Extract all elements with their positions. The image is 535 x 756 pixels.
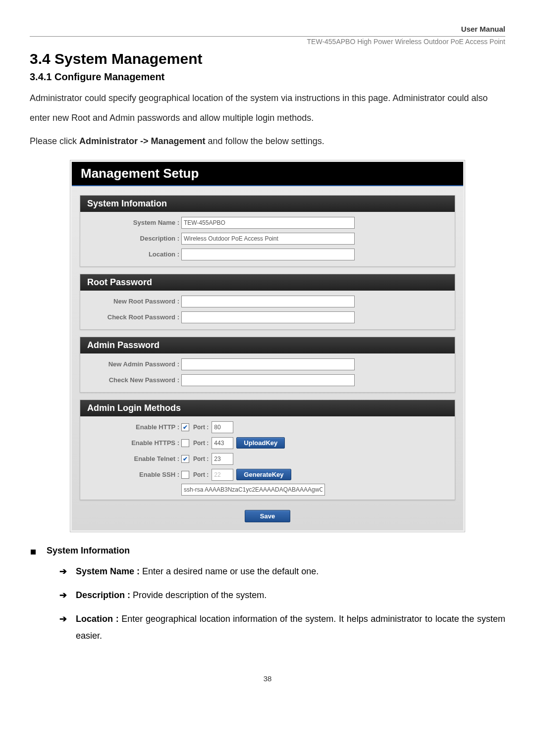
ssh-key-input[interactable] (181, 484, 325, 496)
save-button[interactable]: Save (245, 510, 290, 522)
location-input[interactable] (181, 249, 355, 260)
new-admin-password-input[interactable] (181, 358, 355, 370)
product-line: TEW-455APBO High Power Wireless Outdoor … (30, 38, 505, 46)
enable-telnet-checkbox[interactable]: ✔ (181, 455, 189, 463)
arrow-icon: ➔ (59, 563, 67, 580)
enable-http-checkbox[interactable]: ✔ (181, 423, 189, 431)
root-password-section: Root Password New Root Password Check Ro… (80, 274, 455, 330)
management-setup-panel: Management Setup System Infomation Syste… (70, 160, 465, 532)
admin-password-head: Admin Password (80, 337, 455, 353)
list-item-bold: Location : (76, 614, 119, 624)
intro-paragraph-1: Administrator could specify geographical… (30, 89, 505, 128)
enable-ssh-checkbox[interactable] (181, 471, 189, 479)
description-input[interactable] (181, 233, 355, 245)
admin-login-methods-section: Admin Login Methods Enable HTTP ✔ Port :… (80, 400, 455, 500)
https-port-label: Port : (193, 440, 209, 447)
ssh-port-label: Port : (193, 471, 209, 478)
intro2-post: and follow the below settings. (206, 136, 324, 146)
list-item: ➔ System Name : Enter a desired name or … (59, 563, 505, 580)
list-item: ➔ Description : Provide description of t… (59, 587, 505, 604)
intro2-bold: Administrator -> Management (79, 136, 206, 146)
new-root-password-input[interactable] (181, 296, 355, 307)
list-item-bold: Description : (76, 590, 130, 600)
description-label: Description (80, 235, 181, 242)
ssh-port-input[interactable] (212, 469, 233, 481)
intro-paragraph-2: Please click Administrator -> Management… (30, 132, 505, 151)
list-heading: System Information (47, 546, 130, 556)
upload-key-button[interactable]: UploadKey (236, 437, 285, 449)
system-information-section: System Infomation System Name Descriptio… (80, 195, 455, 267)
admin-login-methods-head: Admin Login Methods (80, 400, 455, 416)
generate-key-button[interactable]: GenerateKey (236, 469, 291, 480)
intro2-pre: Please click (30, 136, 79, 146)
https-port-input[interactable] (212, 437, 233, 449)
system-name-label: System Name (80, 219, 181, 226)
system-information-head: System Infomation (80, 196, 455, 212)
list-item-bold: System Name : (76, 566, 140, 576)
enable-http-label: Enable HTTP (80, 423, 181, 431)
panel-title: Management Setup (72, 162, 463, 186)
enable-https-label: Enable HTTPS (80, 439, 181, 447)
arrow-icon: ➔ (59, 610, 67, 627)
square-bullet-icon (31, 550, 36, 554)
list-item-text: Enter a desired name or use the default … (140, 566, 319, 576)
http-port-input[interactable] (212, 421, 233, 433)
new-admin-password-label: New Admin Password (80, 360, 181, 368)
telnet-port-label: Port : (193, 455, 209, 462)
check-new-password-label: Check New Password (80, 376, 181, 384)
list-item: ➔ Location : Enter geographical location… (59, 610, 505, 644)
check-root-password-input[interactable] (181, 311, 355, 323)
section-title: 3.4 System Management (30, 50, 505, 67)
user-manual-label: User Manual (461, 25, 505, 33)
header-user-manual: User Manual (30, 25, 505, 33)
page-number: 38 (30, 674, 505, 683)
telnet-port-input[interactable] (212, 453, 233, 465)
system-name-input[interactable] (181, 217, 355, 229)
subsection-title: 3.4.1 Configure Management (30, 71, 505, 83)
check-root-password-label: Check Root Password (80, 313, 181, 321)
list-heading-row: System Information (30, 546, 505, 556)
check-new-password-input[interactable] (181, 374, 355, 386)
list-item-text: Enter geographical location information … (76, 614, 505, 641)
enable-ssh-label: Enable SSH (80, 471, 181, 478)
list-item-text: Provide description of the system. (130, 590, 267, 600)
header-divider (30, 36, 505, 37)
new-root-password-label: New Root Password (80, 298, 181, 305)
arrow-icon: ➔ (59, 587, 67, 604)
location-label: Location (80, 251, 181, 258)
root-password-head: Root Password (80, 274, 455, 291)
enable-telnet-label: Enable Telnet (80, 455, 181, 462)
http-port-label: Port : (193, 424, 209, 431)
admin-password-section: Admin Password New Admin Password Check … (80, 337, 455, 393)
enable-https-checkbox[interactable] (181, 439, 189, 447)
